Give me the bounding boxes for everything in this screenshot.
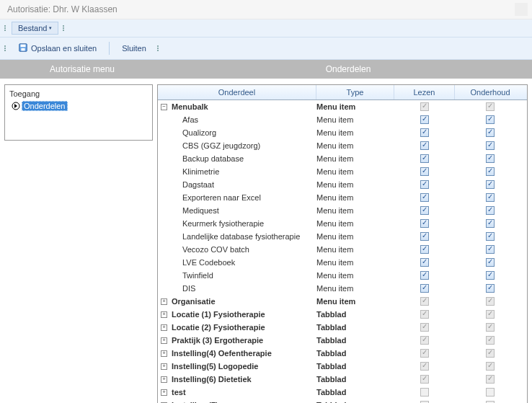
- checkbox[interactable]: [486, 219, 495, 228]
- checkbox: [420, 388, 429, 397]
- checkbox[interactable]: [486, 154, 495, 163]
- row-name: Klinimetrie: [182, 167, 219, 176]
- row-onderhoud: [455, 362, 526, 371]
- expand-icon[interactable]: +: [161, 363, 167, 370]
- table-row[interactable]: KlinimetrieMenu item: [158, 165, 527, 178]
- checkbox[interactable]: [420, 167, 429, 176]
- checkbox[interactable]: [486, 115, 495, 124]
- table-row[interactable]: DISMenu item: [158, 282, 527, 295]
- col-onderdeel[interactable]: Onderdeel: [158, 85, 316, 99]
- checkbox[interactable]: [486, 128, 495, 137]
- table-row[interactable]: Exporteren naar ExcelMenu item: [158, 191, 527, 204]
- row-name: Vecozo COV batch: [182, 245, 249, 254]
- table-row[interactable]: +Locatie (2) FysiotherapieTabblad: [158, 321, 527, 334]
- expand-icon[interactable]: +: [161, 298, 167, 305]
- table-row[interactable]: AfasMenu item: [158, 113, 527, 126]
- row-onderhoud: [455, 128, 526, 137]
- tree-root[interactable]: Toegang: [9, 89, 148, 98]
- table-row[interactable]: +Instelling(4) OefentherapieTabblad: [158, 347, 527, 360]
- checkbox[interactable]: [420, 284, 429, 293]
- row-type: Tabblad: [316, 362, 394, 371]
- section-headers: Autorisatie menu Onderdelen: [0, 60, 532, 79]
- bestand-label: Bestand: [18, 24, 47, 32]
- checkbox: [420, 375, 429, 384]
- checkbox[interactable]: [420, 232, 429, 241]
- checkbox[interactable]: [420, 219, 429, 228]
- table-row[interactable]: DagstaatMenu item: [158, 178, 527, 191]
- checkbox[interactable]: [486, 232, 495, 241]
- checkbox[interactable]: [486, 180, 495, 189]
- row-type: Menu item: [316, 102, 394, 111]
- row-name: Keurmerk fysiotherapie: [182, 219, 264, 228]
- expand-icon[interactable]: +: [161, 324, 167, 331]
- table-row[interactable]: +Praktijk (3) ErgotherapieTabblad: [158, 334, 527, 347]
- checkbox[interactable]: [420, 154, 429, 163]
- checkbox[interactable]: [420, 115, 429, 124]
- table-row[interactable]: Backup databaseMenu item: [158, 152, 527, 165]
- expand-icon[interactable]: +: [161, 376, 167, 383]
- table-row[interactable]: CBS (GGZ jeugdzorg)Menu item: [158, 139, 527, 152]
- table-row[interactable]: +Instelling(6) DietetiekTabblad: [158, 373, 527, 386]
- collapse-icon[interactable]: −: [161, 104, 167, 110]
- row-name: Exporteren naar Excel: [182, 193, 261, 202]
- table-row[interactable]: TwinfieldMenu item: [158, 269, 527, 282]
- row-onderhoud: [455, 284, 526, 293]
- checkbox[interactable]: [486, 167, 495, 176]
- row-type: Menu item: [316, 245, 394, 254]
- table-row[interactable]: +testTabblad: [158, 386, 527, 399]
- toolbar: Opslaan en sluiten Sluiten: [0, 37, 532, 60]
- checkbox[interactable]: [486, 258, 495, 267]
- checkbox[interactable]: [486, 206, 495, 215]
- row-lezen: [394, 310, 455, 319]
- table-row[interactable]: +Instelling(5) LogopedieTabblad: [158, 360, 527, 373]
- expand-icon[interactable]: +: [161, 311, 167, 318]
- opslaan-en-sluiten-button[interactable]: Opslaan en sluiten: [12, 40, 103, 57]
- expand-icon[interactable]: +: [161, 389, 167, 396]
- table-row[interactable]: +OrganisatieMenu item: [158, 295, 527, 308]
- row-type: Tabblad: [316, 323, 394, 332]
- expand-icon[interactable]: +: [161, 350, 167, 357]
- grip-icon: [4, 22, 7, 35]
- row-onderhoud: [455, 141, 526, 150]
- checkbox: [486, 102, 495, 111]
- bestand-menu[interactable]: Bestand ▾: [12, 22, 58, 35]
- checkbox[interactable]: [486, 245, 495, 254]
- checkbox[interactable]: [420, 271, 429, 280]
- arrow-right-icon: [11, 102, 20, 111]
- checkbox[interactable]: [486, 193, 495, 202]
- table-row[interactable]: +Locatie (1) FysiotherapieTabblad: [158, 308, 527, 321]
- table-row[interactable]: Keurmerk fysiotherapieMenu item: [158, 217, 527, 230]
- checkbox[interactable]: [420, 193, 429, 202]
- table-row[interactable]: MediquestMenu item: [158, 204, 527, 217]
- row-name: Locatie (2) Fysiotherapie: [172, 323, 265, 332]
- checkbox: [486, 349, 495, 358]
- col-type[interactable]: Type: [316, 85, 394, 99]
- table-row[interactable]: LVE CodeboekMenu item: [158, 256, 527, 269]
- checkbox[interactable]: [486, 271, 495, 280]
- checkbox[interactable]: [420, 258, 429, 267]
- table-row[interactable]: +Instelling (7)Tabblad: [158, 399, 527, 403]
- table-row[interactable]: QualizorgMenu item: [158, 126, 527, 139]
- col-onderhoud[interactable]: Onderhoud: [455, 85, 526, 99]
- row-lezen: [394, 167, 455, 176]
- row-onderhoud: [455, 206, 526, 215]
- checkbox[interactable]: [420, 141, 429, 150]
- checkbox[interactable]: [420, 180, 429, 189]
- window-title: Autorisatie: Dhr. W Klaassen: [7, 4, 118, 14]
- row-type: Menu item: [316, 115, 394, 124]
- col-lezen[interactable]: Lezen: [394, 85, 455, 99]
- checkbox[interactable]: [420, 128, 429, 137]
- checkbox[interactable]: [420, 206, 429, 215]
- checkbox[interactable]: [486, 284, 495, 293]
- checkbox[interactable]: [420, 245, 429, 254]
- header-left: Autorisatie menu: [0, 64, 164, 74]
- table-row[interactable]: −MenubalkMenu item: [158, 100, 527, 113]
- table-row[interactable]: Vecozo COV batchMenu item: [158, 243, 527, 256]
- tree-child-onderdelen[interactable]: Onderdelen: [11, 101, 148, 111]
- separator: [109, 42, 110, 55]
- sluiten-button[interactable]: Sluiten: [115, 41, 153, 56]
- table-row[interactable]: Landelijke database fysiotherapieMenu it…: [158, 230, 527, 243]
- expand-icon[interactable]: +: [161, 337, 167, 344]
- close-button[interactable]: [515, 3, 528, 16]
- checkbox[interactable]: [486, 141, 495, 150]
